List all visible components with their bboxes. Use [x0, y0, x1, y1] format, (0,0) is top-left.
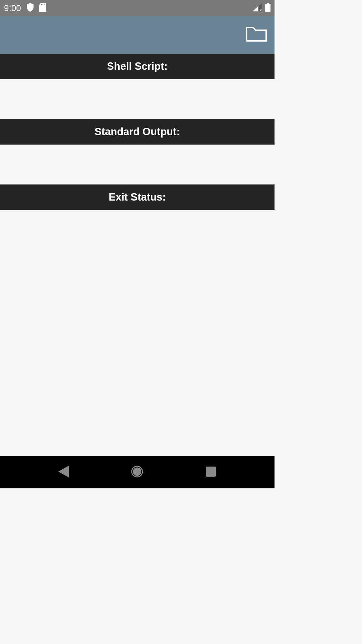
- recent-apps-button[interactable]: [201, 462, 221, 482]
- svg-text:×: ×: [260, 8, 262, 11]
- home-circle-icon: [131, 465, 143, 479]
- shell-script-content[interactable]: [0, 79, 275, 119]
- folder-icon: [246, 26, 267, 44]
- sd-card-icon: [39, 3, 46, 13]
- status-time: 9:00: [4, 3, 21, 13]
- signal-icon: ×: [252, 3, 262, 13]
- back-button[interactable]: [54, 462, 74, 482]
- standard-output-content: [0, 145, 275, 184]
- battery-icon: [265, 3, 270, 13]
- exit-status-label: Exit Status:: [109, 191, 166, 203]
- app-bar: [0, 16, 275, 54]
- status-bar-left: 9:00: [4, 3, 46, 13]
- home-button[interactable]: [127, 462, 147, 482]
- back-triangle-icon: [58, 466, 69, 479]
- svg-point-4: [133, 468, 141, 475]
- square-icon: [206, 467, 216, 478]
- exit-status-content: [0, 210, 275, 456]
- status-bar-right: ×: [252, 3, 270, 13]
- svg-rect-5: [206, 467, 216, 477]
- shield-icon: [26, 3, 34, 13]
- standard-output-label: Standard Output:: [95, 126, 180, 138]
- navigation-bar: [0, 456, 275, 488]
- exit-status-header: Exit Status:: [0, 184, 275, 210]
- svg-rect-1: [267, 3, 269, 4]
- standard-output-header: Standard Output:: [0, 119, 275, 145]
- status-bar: 9:00 ×: [0, 0, 275, 16]
- shell-script-label: Shell Script:: [107, 60, 168, 72]
- shell-script-header: Shell Script:: [0, 54, 275, 79]
- svg-rect-2: [265, 4, 270, 12]
- folder-button[interactable]: [244, 23, 268, 47]
